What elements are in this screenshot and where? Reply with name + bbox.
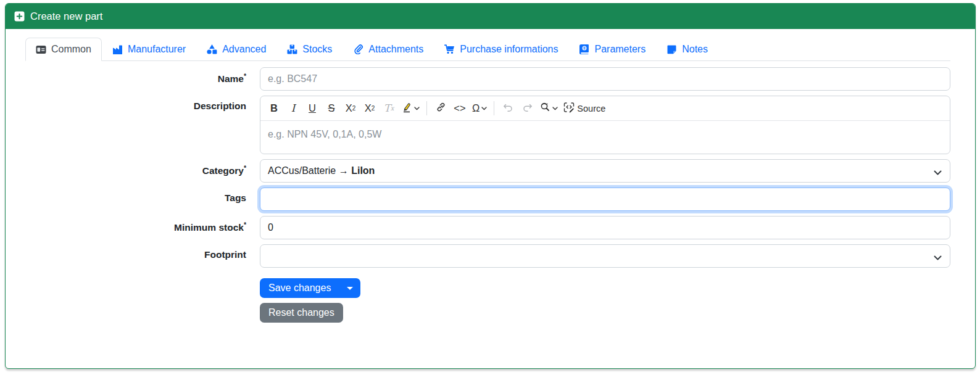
undo-button[interactable] <box>499 99 517 118</box>
category-select[interactable]: ACCus/Batterie → LiIon <box>260 159 950 183</box>
footprint-label: Footprint <box>25 244 246 260</box>
shopping-cart-icon <box>444 44 455 55</box>
minimum-stock-label: Minimum stock* <box>25 216 246 233</box>
source-icon <box>563 102 575 115</box>
square-plus-icon <box>14 11 25 22</box>
editor-toolbar: B I U S X2 X2 Tx <box>260 96 950 121</box>
create-part-form: Name* Description B I U S X2 X2 Tx <box>25 67 950 323</box>
tab-purchase-informations[interactable]: Purchase informations <box>434 38 568 61</box>
paperclip-icon <box>353 44 363 55</box>
footprint-row: Footprint <box>25 244 950 268</box>
description-editor-area[interactable]: e.g. NPN 45V, 0,1A, 0,5W <box>260 121 950 154</box>
italic-button[interactable]: I <box>284 99 302 118</box>
subscript-button[interactable]: X2 <box>341 99 360 118</box>
strikethrough-button[interactable]: S <box>322 99 341 118</box>
required-marker: * <box>244 221 246 228</box>
tab-parameters[interactable]: Parameters <box>568 38 656 61</box>
find-replace-button[interactable] <box>537 99 560 118</box>
save-button[interactable]: Save changes <box>260 278 339 298</box>
id-card-icon <box>36 44 46 55</box>
description-row: Description B I U S X2 X2 Tx <box>25 96 950 154</box>
required-marker: * <box>244 72 246 80</box>
caret-down-icon <box>347 287 353 290</box>
factory-icon <box>112 44 123 55</box>
code-button[interactable]: <> <box>451 99 469 118</box>
toolbar-separator <box>426 101 427 115</box>
redo-button[interactable] <box>518 99 536 118</box>
sticky-note-icon <box>666 44 677 55</box>
save-button-group: Save changes <box>260 278 360 298</box>
name-row: Name* <box>25 67 950 91</box>
underline-button[interactable]: U <box>303 99 322 118</box>
panel-title: Create new part <box>30 10 102 22</box>
special-characters-button[interactable]: Ω <box>470 99 489 118</box>
tab-advanced[interactable]: Advanced <box>196 38 276 61</box>
link-icon <box>436 102 446 115</box>
tab-stocks[interactable]: Stocks <box>276 38 343 61</box>
remove-format-button[interactable]: Tx <box>380 99 398 118</box>
panel-body: Common Manufacturer Advanced Stocks <box>6 29 975 347</box>
save-dropdown-toggle[interactable] <box>339 278 360 298</box>
footprint-select[interactable] <box>260 244 950 268</box>
source-button[interactable]: Source <box>561 99 608 118</box>
buttons-row: Save changes Reset changes <box>25 273 950 323</box>
required-marker: * <box>244 164 246 171</box>
superscript-button[interactable]: X2 <box>360 99 379 118</box>
description-label: Description <box>25 96 246 112</box>
chevron-down-icon <box>414 107 420 110</box>
boxes-stacked-icon <box>287 44 297 55</box>
name-input[interactable] <box>260 67 950 91</box>
minimum-stock-input[interactable] <box>260 216 950 239</box>
tab-notes[interactable]: Notes <box>656 38 718 61</box>
tab-attachments[interactable]: Attachments <box>343 38 434 61</box>
redo-icon <box>522 102 533 114</box>
book-icon <box>579 44 589 55</box>
name-label: Name* <box>25 67 246 85</box>
chevron-down-icon <box>934 167 942 178</box>
tags-input[interactable] <box>260 188 950 211</box>
chevron-down-icon <box>934 252 942 263</box>
tags-row: Tags <box>25 188 950 211</box>
reset-button[interactable]: Reset changes <box>260 303 343 323</box>
chevron-down-icon <box>552 107 558 110</box>
tab-common[interactable]: Common <box>25 38 102 61</box>
highlight-button[interactable] <box>399 99 422 118</box>
bold-button[interactable]: B <box>265 99 283 118</box>
tab-bar: Common Manufacturer Advanced Stocks <box>25 38 950 61</box>
category-row: Category* ACCus/Batterie → LiIon <box>25 159 950 183</box>
undo-icon <box>503 102 513 114</box>
description-rich-editor: B I U S X2 X2 Tx <box>260 96 950 154</box>
minimum-stock-row: Minimum stock* <box>25 216 950 239</box>
tab-manufacturer[interactable]: Manufacturer <box>102 38 196 61</box>
shapes-icon <box>207 44 217 55</box>
tags-label: Tags <box>25 188 246 204</box>
category-label: Category* <box>25 159 246 176</box>
create-part-panel: Create new part Common Manufacturer Adva… <box>5 3 976 369</box>
chevron-down-icon <box>481 107 487 110</box>
panel-header: Create new part <box>6 4 975 29</box>
highlight-icon <box>401 102 412 115</box>
find-replace-icon <box>539 102 550 115</box>
link-button[interactable] <box>431 99 450 118</box>
toolbar-separator <box>494 101 494 115</box>
